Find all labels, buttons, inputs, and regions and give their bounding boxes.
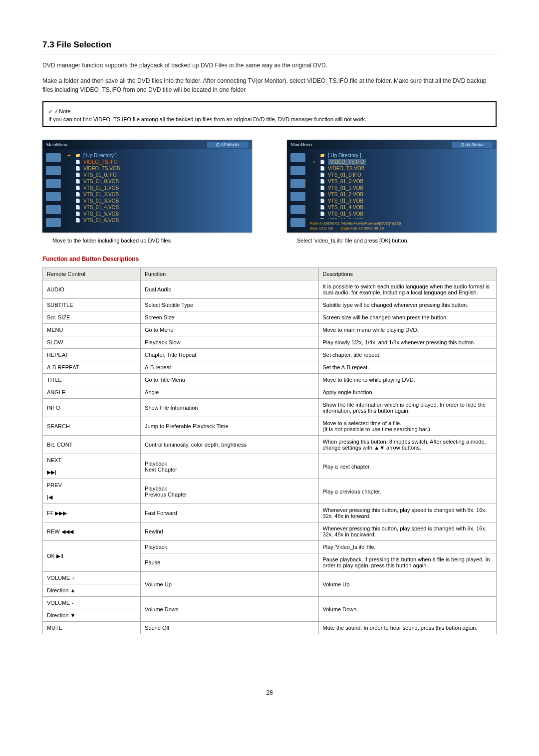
file-icon: 📄 <box>75 173 80 177</box>
table-row: AUDIODual AudioIt is possible to switch … <box>43 280 497 299</box>
file-label: [ Up Directory ] <box>83 153 117 158</box>
cell-fn: Dual Audio <box>141 280 318 299</box>
screenshots-row: MainMenu Q All Media ➔📁[ Up Directory ]📄… <box>42 140 497 244</box>
screen-header-tab: Q All Media <box>207 142 248 148</box>
cell-desc: Subtitle type will be changed whenever p… <box>318 299 496 311</box>
table-heading: Function and Button Descriptions <box>42 255 497 262</box>
sidebar-icon <box>46 153 61 162</box>
cell-fn: Control luminosity, color depth, brightn… <box>141 436 318 454</box>
cell-desc: Set chapter, title repeat. <box>318 349 496 361</box>
file-icon: 📄 <box>75 205 80 210</box>
file-icon: 📄 <box>320 199 325 203</box>
caption-right: Select 'video_ts.ifo' file and press [OK… <box>297 238 497 244</box>
cell-rc: Direction ▼ <box>43 609 141 622</box>
cell-fn: Rewind <box>141 522 318 541</box>
file-icon: 📄 <box>320 205 325 210</box>
file-label: VTS_01_3.VOB <box>83 198 119 204</box>
table-row: MUTE Sound Off Mute the sound. In order … <box>43 622 497 634</box>
cell-desc: Apply angle function. <box>318 386 496 399</box>
cell-rc: Brt. CONT <box>43 436 141 454</box>
arrow-icon: ➔ <box>67 153 72 158</box>
file-label: VIDEO_TS.VOB <box>83 166 120 171</box>
file-label: VTS_01_1.VOB <box>328 185 363 191</box>
cell-rc: TITLE <box>43 374 141 386</box>
cell-rc: PREV <box>43 479 141 492</box>
file-row: 📄VTS_01_4.VOB <box>67 204 247 211</box>
cell-fn: Select Subtitle Type <box>141 299 318 311</box>
cell-rc: MUTE <box>43 622 141 634</box>
th-remote: Remote Control <box>43 268 141 280</box>
file-icon: 📄 <box>320 186 325 190</box>
screen-header-left: MainMenu <box>46 142 67 147</box>
file-icon: 📄 <box>75 166 80 171</box>
screen-footer: Path /hdd/DiSK1 /Movie/Movie/Korean/[DVD… <box>310 221 494 231</box>
cell-fn: Fast Forward <box>141 504 318 522</box>
table-row: VOLUME - Volume Down Volume Down. <box>43 597 497 609</box>
cell-desc: Volume Down. <box>318 597 496 622</box>
cell-rc: SEARCH <box>43 417 141 436</box>
table-row: PREV Playback Previous Chapter Play a pr… <box>43 479 497 492</box>
footer-date-label: Date <box>341 226 349 231</box>
cell-desc: Play a previous chapter. <box>318 479 496 504</box>
screenshot-right: MainMenu Q All Media 📁[ Up Directory ]➔📄… <box>287 140 497 233</box>
cell-fn: Show File Information <box>141 399 318 417</box>
cell-desc: It is possible to switch each audio lang… <box>318 280 496 299</box>
file-row: 📄VTS_01_5.VOB <box>67 211 247 217</box>
cell-desc: Play a next chapter. <box>318 454 496 479</box>
footer-size: 12.0 KB <box>319 226 333 231</box>
file-icon: 📄 <box>320 179 325 184</box>
screen-header-left: MainMenu <box>291 142 312 147</box>
file-icon: 📄 <box>320 192 325 197</box>
cell-fn: Playback <box>141 541 318 553</box>
file-icon: 📄 <box>320 166 325 171</box>
cell-fn: A-B repeat <box>141 361 318 374</box>
file-row: 📄VTS_01_4.VOB <box>312 204 492 211</box>
cell-desc: When pressing this button, 3 modes switc… <box>318 436 496 454</box>
cell-desc: Whenever pressing this button, play spee… <box>318 522 496 541</box>
footer-date: Feb 23 2007 08:36 <box>350 226 384 231</box>
file-label: VTS_01_6.VOB <box>83 218 119 223</box>
file-label: [ Up Directory ] <box>328 153 361 158</box>
sidebar-icon <box>46 179 61 188</box>
cell-desc: Play slowly 1/2x, 1/4x, and 1/8x wheneve… <box>318 336 496 349</box>
cell-rc: ANGLE <box>43 386 141 399</box>
cell-desc: Move to title menu while playing DVD. <box>318 374 496 386</box>
file-list-left: ➔📁[ Up Directory ]📄VIDEO_TS.IFO📄VIDEO_TS… <box>65 151 249 231</box>
screenshot-left: MainMenu Q All Media ➔📁[ Up Directory ]📄… <box>42 140 252 233</box>
file-row: 📄VTS_01_0.IFO <box>312 172 492 178</box>
cell-desc: Move to main menu while playing DVD. <box>318 324 496 336</box>
cell-rc: VOLUME - <box>43 597 141 609</box>
table-row: SEARCHJump to Preferable Playback TimeMo… <box>43 417 497 436</box>
screen-sidebar <box>289 151 307 231</box>
screenshot-left-col: MainMenu Q All Media ➔📁[ Up Directory ]📄… <box>42 140 252 244</box>
cell-fn: Sound Off <box>141 622 318 634</box>
screen-header-tab: Q All Media <box>452 142 493 148</box>
folder-icon: 📁 <box>320 153 325 158</box>
function-table: Remote Control Function Descriptions AUD… <box>42 267 497 634</box>
sidebar-icon <box>290 192 305 201</box>
cell-fn: Go to Menu <box>141 324 318 336</box>
cell-rc: OK ▶II <box>43 541 141 572</box>
cell-fn: Go to Title Menu <box>141 374 318 386</box>
cell-fn: Playback Next Chapter <box>141 454 318 479</box>
file-label: VTS_01_2.VOB <box>328 192 363 197</box>
cell-rc: REPEAT <box>43 349 141 361</box>
file-icon: 📄 <box>320 218 325 219</box>
folder-icon: 📁 <box>75 153 80 158</box>
sidebar-icon <box>46 218 61 227</box>
cell-fn: Screen Size <box>141 311 318 324</box>
file-icon: 📄 <box>75 192 80 197</box>
cell-rc: MENU <box>43 324 141 336</box>
file-row: ➔📁[ Up Directory ] <box>67 152 247 159</box>
cell-fn: Jump to Preferable Playback Time <box>141 417 318 436</box>
file-icon: 📄 <box>75 218 80 223</box>
table-row: Scr. SIZEScreen SizeScreen size will be … <box>43 311 497 324</box>
file-label: VTS_01_1.VOB <box>83 185 119 191</box>
table-row: REW ◀◀◀ Rewind Whenever pressing this bu… <box>43 522 497 541</box>
th-desc: Descriptions <box>318 268 496 280</box>
file-row: 📄VTS_01_0.IFO <box>67 172 247 178</box>
cell-rc: ▶▶| <box>43 466 141 479</box>
file-icon: 📄 <box>75 186 80 190</box>
cell-desc: Mute the sound. In order to hear sound, … <box>318 622 496 634</box>
file-label: VTS_01_4.VOB <box>328 205 363 210</box>
